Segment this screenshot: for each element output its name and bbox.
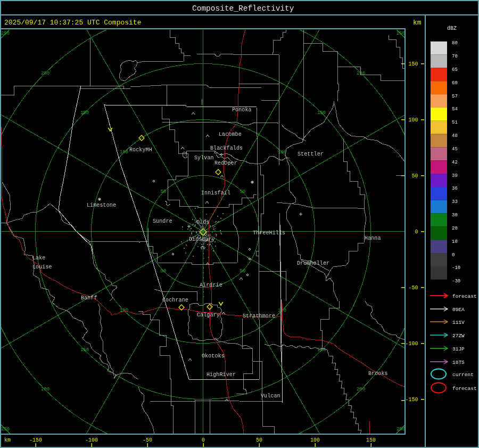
svg-text:50: 50 — [161, 268, 167, 274]
svg-text:27ZW: 27ZW — [452, 333, 465, 339]
svg-text:150: 150 — [366, 437, 376, 443]
svg-text:-100: -100 — [405, 341, 418, 347]
svg-text:Blackfalds: Blackfalds — [210, 145, 243, 151]
svg-text:50: 50 — [411, 173, 418, 179]
svg-text:250: 250 — [397, 31, 405, 36]
svg-text:Louise: Louise — [32, 264, 52, 270]
svg-text:-10: -10 — [452, 265, 460, 271]
svg-text:200: 200 — [41, 71, 49, 76]
svg-text:forecast: forecast — [452, 294, 477, 299]
svg-text:51: 51 — [452, 120, 458, 125]
svg-text:31JP: 31JP — [452, 346, 465, 352]
svg-text:Lake: Lake — [32, 255, 45, 261]
svg-text:0: 0 — [202, 437, 205, 443]
svg-text:20: 20 — [452, 226, 458, 231]
svg-text:forecast: forecast — [452, 386, 477, 392]
svg-text:Sundre: Sundre — [153, 218, 172, 224]
svg-text:-50: -50 — [143, 437, 152, 443]
svg-text:200: 200 — [357, 387, 365, 392]
svg-text:150: 150 — [317, 347, 326, 353]
svg-text:36: 36 — [452, 186, 458, 191]
svg-text:Vulcan: Vulcan — [261, 393, 280, 399]
svg-text:100: 100 — [408, 117, 418, 123]
svg-text:100: 100 — [120, 150, 128, 155]
svg-text:200: 200 — [357, 71, 365, 76]
svg-text:ThreeHills: ThreeHills — [253, 230, 285, 236]
svg-text:km: km — [4, 437, 11, 443]
svg-text:km: km — [413, 19, 422, 27]
svg-text:Composite_Reflectivity: Composite_Reflectivity — [192, 4, 294, 13]
svg-text:Calgary: Calgary — [197, 312, 220, 318]
svg-text:dBZ: dBZ — [447, 26, 457, 31]
svg-text:60: 60 — [452, 80, 458, 86]
svg-text:57: 57 — [452, 94, 458, 99]
svg-text:70: 70 — [452, 54, 458, 59]
svg-text:30: 30 — [452, 213, 458, 218]
svg-text:100: 100 — [120, 308, 128, 313]
svg-text:100: 100 — [310, 437, 320, 443]
svg-text:150: 150 — [317, 110, 326, 116]
svg-text:RockyMH: RockyMH — [129, 147, 152, 153]
svg-text:HighRiver: HighRiver — [207, 372, 236, 378]
svg-text:250: 250 — [1, 31, 10, 36]
svg-text:54: 54 — [452, 107, 458, 112]
svg-text:0: 0 — [415, 229, 418, 235]
svg-text:50: 50 — [256, 437, 262, 443]
svg-text:2025/09/17 10:37:25 UTC Compos: 2025/09/17 10:37:25 UTC Composite — [4, 19, 141, 27]
svg-text:Cochrane: Cochrane — [162, 297, 188, 303]
svg-text:150: 150 — [80, 347, 89, 353]
svg-text:Banff: Banff — [81, 295, 97, 301]
svg-text:Brooks: Brooks — [368, 371, 388, 377]
svg-text:18TS: 18TS — [452, 360, 465, 365]
svg-text:-150: -150 — [29, 437, 42, 443]
svg-text:80: 80 — [452, 40, 458, 46]
svg-text:50: 50 — [240, 268, 246, 274]
svg-text:Ponoka: Ponoka — [232, 107, 252, 113]
svg-text:Stettler: Stettler — [298, 151, 324, 157]
svg-text:10: 10 — [452, 239, 458, 245]
svg-text:33: 33 — [452, 199, 458, 205]
svg-text:Innisfail: Innisfail — [201, 190, 230, 196]
svg-text:39: 39 — [452, 173, 458, 178]
svg-text:09EA: 09EA — [452, 307, 465, 313]
svg-text:Drumheller: Drumheller — [297, 260, 329, 266]
svg-text:Didsbury: Didsbury — [189, 237, 215, 242]
svg-text:42: 42 — [452, 160, 458, 165]
svg-text:Hanna: Hanna — [365, 235, 381, 241]
svg-text:111V: 111V — [452, 320, 465, 325]
svg-text:150: 150 — [80, 110, 89, 116]
svg-text:Lacombe: Lacombe — [219, 132, 242, 137]
svg-text:current: current — [452, 372, 474, 378]
svg-text:250: 250 — [1, 427, 10, 432]
svg-text:48: 48 — [452, 133, 458, 139]
svg-text:Limestone: Limestone — [87, 202, 116, 208]
svg-text:50: 50 — [240, 189, 246, 194]
svg-text:Okotoks: Okotoks — [202, 353, 225, 359]
svg-text:0: 0 — [452, 252, 455, 258]
svg-text:-150: -150 — [405, 397, 418, 403]
svg-text:50: 50 — [161, 189, 167, 194]
svg-text:Strathmore: Strathmore — [243, 313, 275, 319]
svg-text:Sylvan: Sylvan — [194, 155, 214, 161]
svg-text:-30: -30 — [452, 279, 460, 284]
svg-text:-50: -50 — [408, 285, 418, 291]
svg-text:-100: -100 — [85, 437, 98, 443]
svg-text:200: 200 — [41, 387, 49, 392]
svg-text:65: 65 — [452, 67, 458, 72]
svg-text:250: 250 — [397, 427, 405, 432]
svg-text:Olds: Olds — [196, 219, 209, 225]
svg-text:Airdrie: Airdrie — [200, 282, 222, 288]
svg-text:45: 45 — [452, 146, 458, 152]
svg-text:150: 150 — [408, 61, 418, 67]
svg-text:RedDeer: RedDeer — [214, 160, 237, 166]
